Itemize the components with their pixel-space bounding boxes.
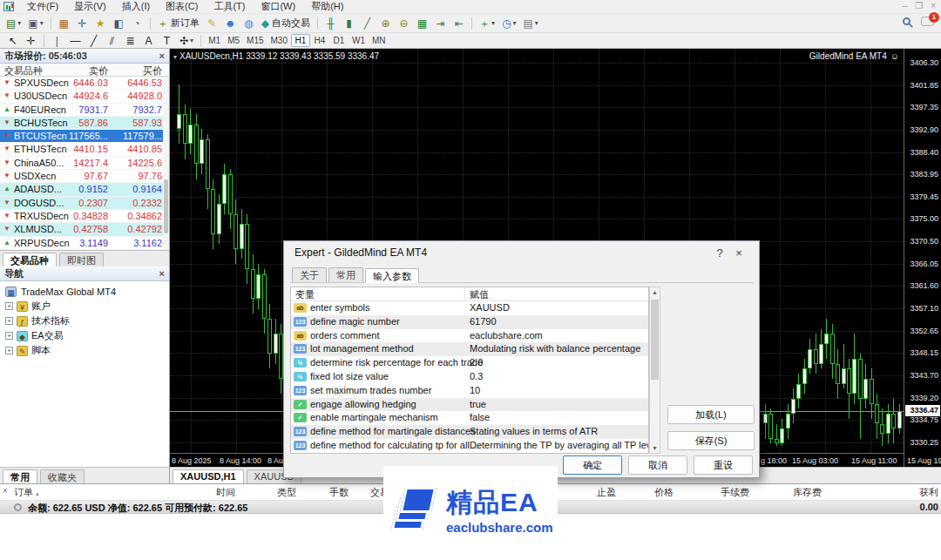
timeframe-mn[interactable]: MN [369,34,389,47]
line-chart-button[interactable]: ╱ [359,16,376,31]
market-watch-row[interactable]: ▼BCHUSTecn587.86587.93 [0,117,169,130]
scroll-down-icon[interactable]: ▼ [650,443,660,453]
terminal-column-1[interactable]: 类型 [277,486,296,499]
expand-icon[interactable]: + [5,302,13,310]
cursor-button[interactable]: ↖ [4,33,21,49]
param-row[interactable]: 123set maximum trades number10 [291,384,648,398]
terminal-column-6[interactable]: 手续费 [721,486,749,499]
market-watch-row[interactable]: ▲ADAUSD...0.91520.9164 [0,183,169,196]
restore-button[interactable]: ❐ [915,1,923,10]
dialog-titlebar[interactable]: Expert - GildedMind EA MT4 ? × [284,241,759,264]
chart-shift-button[interactable]: ⇤ [450,16,467,31]
bar-chart-button[interactable]: ╫ [322,16,339,31]
terminal-column-4[interactable]: 止盈 [597,486,616,499]
dialog-close-button[interactable]: × [729,246,748,260]
cancel-button[interactable]: 取消 [628,455,687,475]
param-row[interactable]: 123lot management methodModulating risk … [291,342,648,356]
market-watch-row[interactable]: ▼BTCUSTecn117565...117579... [0,130,169,143]
navigator-item[interactable]: +◆EA交易 [0,328,169,343]
candlestick-button[interactable]: ▮ [341,16,357,31]
add-indicator-button[interactable]: ＋▾ [477,16,498,31]
column-bid[interactable]: 卖价 [89,64,108,78]
market-watch-row[interactable]: ▲XRPUSDecn3.11493.1162 [0,237,169,250]
terminal-column-5[interactable]: 价格 [654,486,674,499]
auto-scroll-button[interactable]: ⇥ [432,16,449,31]
column-symbol[interactable]: 交易品种 [4,64,43,78]
market-watch-row[interactable]: ▼DOGUSD...0.23070.2332 [0,197,169,210]
terminal-button[interactable]: ◧ [111,16,127,31]
market-watch-row[interactable]: ▼ChinaA50...14217.414225.6 [0,157,169,170]
trendline-button[interactable]: ╱ [85,33,102,49]
column-ask[interactable]: 买价 [143,64,162,78]
load-button[interactable]: 加载(L) [667,405,755,424]
tile-windows-button[interactable]: ▦ [414,16,430,31]
timeframe-m5[interactable]: M5 [224,34,243,47]
navigator-close-icon[interactable]: × [159,268,165,279]
horizontal-line-button[interactable]: — [67,33,84,49]
timeframe-m1[interactable]: M1 [205,34,224,47]
param-row[interactable]: 123define method for martingale distance… [291,425,648,439]
crosshair-button[interactable]: ✛ [23,33,39,49]
menu-item[interactable]: 图表(C) [158,0,206,14]
periods-button[interactable]: ◷▾ [499,16,519,31]
menu-item[interactable]: 工具(T) [206,0,253,14]
label-button[interactable]: T [159,33,175,49]
new-order-button[interactable]: ＋新订单 [155,16,202,31]
data-window-button[interactable]: ✛ [74,16,91,31]
param-row[interactable]: 123define method for calculating tp for … [291,439,648,453]
navigator-item[interactable]: +ƒ技术指标 [0,314,169,328]
scrollbar-thumb[interactable] [651,300,659,380]
expand-icon[interactable]: + [5,347,13,354]
timeframe-w1[interactable]: W1 [349,34,369,47]
param-row[interactable]: aborders commenteaclubshare.com [291,329,648,343]
community-button[interactable]: ☻ [222,16,239,31]
menu-item[interactable]: 文件(F) [19,0,66,14]
param-row[interactable]: ½determine risk percentage for each trad… [291,356,648,370]
market-watch-tab-0[interactable]: 交易品种 [3,253,57,267]
profiles-button[interactable]: ▣▾ [25,16,45,31]
channel-button[interactable]: ⫽ [104,33,120,49]
metaeditor-button[interactable]: ✎ [204,16,220,31]
terminal-column-8[interactable]: 获利 [919,486,938,499]
text-button[interactable]: A [140,33,157,49]
ok-button[interactable]: 确定 [563,455,622,475]
autotrading-button[interactable]: ◆自动交易 [259,16,313,31]
market-watch-button[interactable]: ▦ [56,16,72,31]
param-row[interactable]: 123define magic number61790 [291,315,648,329]
navigator-root[interactable]: ▦TradeMax Global MT4 [0,284,169,299]
scroll-up-icon[interactable]: ▲ [650,287,660,297]
chart-dropdown-icon[interactable]: ▾ [173,53,177,61]
terminal-column-0[interactable]: 时间 [216,486,235,499]
zoom-out-button[interactable]: ⊖ [396,16,412,31]
navigator-item[interactable]: +✎脚本 [0,343,169,358]
notifications-icon[interactable]: 1 [921,17,934,26]
navigator-button[interactable]: ★ [92,16,109,31]
chart-tab-0[interactable]: XAUUSD,H1 [173,469,244,483]
market-watch-close-icon[interactable]: × [159,51,165,61]
scrollbar-thumb[interactable] [164,179,168,233]
market-watch-row[interactable]: ▼U30USDecn44924.644928.0 [0,90,169,103]
market-button[interactable]: ◍ [240,16,257,31]
timeframe-h1[interactable]: H1 [291,34,310,47]
shapes-button[interactable]: ✣▾ [177,33,196,49]
menu-item[interactable]: 插入(I) [114,0,158,14]
reset-button[interactable]: 重设 [694,455,753,475]
terminal-column-7[interactable]: 库存费 [793,486,822,499]
param-row[interactable]: ✓engage allowing hedgingtrue [291,398,648,412]
search-icon[interactable] [903,17,911,25]
market-watch-row[interactable]: ▼SPXUSDecn6446.036446.53 [0,77,169,90]
navigator-item[interactable]: +¥账户 [0,299,169,314]
save-button[interactable]: 保存(S) [667,431,755,450]
minimize-button[interactable]: – [903,1,908,10]
timeframe-d1[interactable]: D1 [329,34,349,47]
market-watch-tab-1[interactable]: 即时图 [59,253,104,267]
column-variable[interactable]: 变量 [295,288,315,301]
market-watch-row[interactable]: ▲F40EURecn7931.77932.7 [0,104,169,117]
param-row[interactable]: abenter symbolsXAUUSD [291,301,648,315]
menu-item[interactable]: 帮助(H) [303,0,351,14]
market-watch-row[interactable]: ▼ETHUSTecn4410.154410.85 [0,143,169,156]
templates-button[interactable]: ▤▾ [520,16,540,31]
sidebar-tab-0[interactable]: 常用 [3,469,37,483]
column-value[interactable]: 赋值 [470,288,489,301]
dialog-help-button[interactable]: ? [710,246,729,260]
